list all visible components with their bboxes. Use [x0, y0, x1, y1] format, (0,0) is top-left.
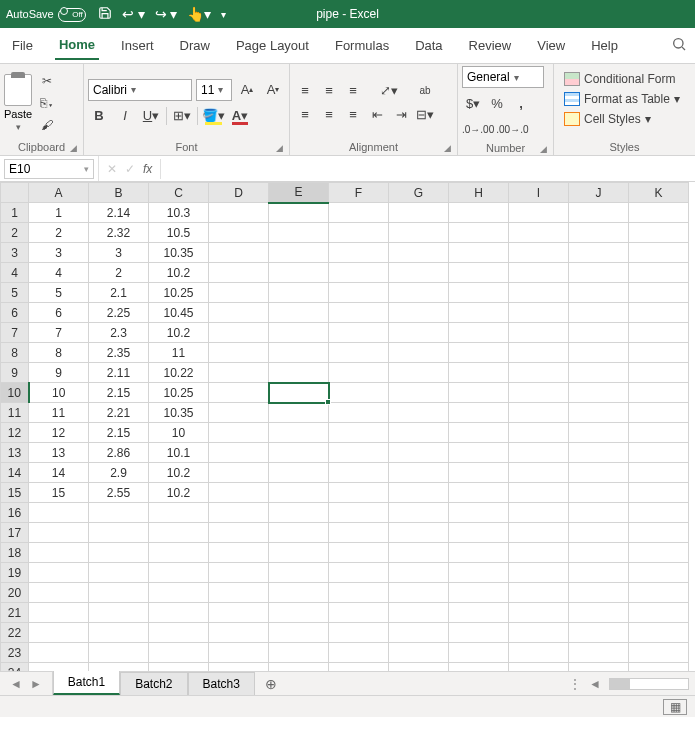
cell-C19[interactable]	[149, 563, 209, 583]
column-header-D[interactable]: D	[209, 183, 269, 203]
column-header-G[interactable]: G	[389, 183, 449, 203]
cell-C8[interactable]: 11	[149, 343, 209, 363]
row-header-4[interactable]: 4	[1, 263, 29, 283]
cell-I3[interactable]	[509, 243, 569, 263]
cell-E15[interactable]	[269, 483, 329, 503]
cell-H8[interactable]	[449, 343, 509, 363]
cell-E3[interactable]	[269, 243, 329, 263]
cell-H20[interactable]	[449, 583, 509, 603]
cell-J18[interactable]	[569, 543, 629, 563]
cell-E7[interactable]	[269, 323, 329, 343]
cell-B20[interactable]	[89, 583, 149, 603]
cell-K12[interactable]	[629, 423, 689, 443]
row-header-14[interactable]: 14	[1, 463, 29, 483]
format-as-table-button[interactable]: Format as Table▾	[560, 90, 684, 108]
cell-J14[interactable]	[569, 463, 629, 483]
cancel-formula-icon[interactable]: ✕	[107, 162, 117, 176]
cell-E14[interactable]	[269, 463, 329, 483]
cell-G7[interactable]	[389, 323, 449, 343]
comma-icon[interactable]: ,	[510, 92, 532, 114]
cell-B14[interactable]: 2.9	[89, 463, 149, 483]
decrease-font-icon[interactable]: A▾	[262, 79, 284, 101]
name-box[interactable]: E10▾	[4, 159, 94, 179]
cell-B17[interactable]	[89, 523, 149, 543]
cell-A22[interactable]	[29, 623, 89, 643]
cell-K2[interactable]	[629, 223, 689, 243]
cell-F24[interactable]	[329, 663, 389, 672]
cell-D6[interactable]	[209, 303, 269, 323]
cell-J7[interactable]	[569, 323, 629, 343]
cell-F3[interactable]	[329, 243, 389, 263]
cell-I12[interactable]	[509, 423, 569, 443]
cell-A18[interactable]	[29, 543, 89, 563]
sheet-tab-Batch1[interactable]: Batch1	[53, 670, 120, 695]
cell-H18[interactable]	[449, 543, 509, 563]
scroll-left-icon[interactable]: ◄	[589, 677, 601, 691]
cell-D23[interactable]	[209, 643, 269, 663]
cell-E10[interactable]	[269, 383, 329, 403]
cell-F19[interactable]	[329, 563, 389, 583]
column-header-E[interactable]: E	[269, 183, 329, 203]
font-launcher-icon[interactable]: ◢	[276, 143, 283, 153]
cell-E8[interactable]	[269, 343, 329, 363]
cell-F22[interactable]	[329, 623, 389, 643]
cell-C15[interactable]: 10.2	[149, 483, 209, 503]
cell-H22[interactable]	[449, 623, 509, 643]
cell-B15[interactable]: 2.55	[89, 483, 149, 503]
sheet-tab-Batch2[interactable]: Batch2	[120, 672, 187, 695]
cell-J19[interactable]	[569, 563, 629, 583]
merge-center-button[interactable]: ⊟▾	[414, 104, 436, 126]
cell-C5[interactable]: 10.25	[149, 283, 209, 303]
underline-button[interactable]: U▾	[140, 105, 162, 127]
cell-B1[interactable]: 2.14	[89, 203, 149, 223]
cell-A4[interactable]: 4	[29, 263, 89, 283]
cell-D15[interactable]	[209, 483, 269, 503]
cell-D3[interactable]	[209, 243, 269, 263]
cell-I6[interactable]	[509, 303, 569, 323]
cell-H15[interactable]	[449, 483, 509, 503]
align-top-icon[interactable]: ≡	[294, 80, 316, 102]
cell-J10[interactable]	[569, 383, 629, 403]
row-header-13[interactable]: 13	[1, 443, 29, 463]
cell-G15[interactable]	[389, 483, 449, 503]
cell-A11[interactable]: 11	[29, 403, 89, 423]
column-header-K[interactable]: K	[629, 183, 689, 203]
cell-I14[interactable]	[509, 463, 569, 483]
cell-B22[interactable]	[89, 623, 149, 643]
cell-C12[interactable]: 10	[149, 423, 209, 443]
cell-B3[interactable]: 3	[89, 243, 149, 263]
orientation-icon[interactable]: ⤢▾	[366, 80, 412, 102]
cell-I8[interactable]	[509, 343, 569, 363]
column-header-A[interactable]: A	[29, 183, 89, 203]
cell-C10[interactable]: 10.25	[149, 383, 209, 403]
cell-D1[interactable]	[209, 203, 269, 223]
cell-G5[interactable]	[389, 283, 449, 303]
cell-K10[interactable]	[629, 383, 689, 403]
cell-D14[interactable]	[209, 463, 269, 483]
row-header-7[interactable]: 7	[1, 323, 29, 343]
cell-H13[interactable]	[449, 443, 509, 463]
number-format-dropdown[interactable]: General▾	[462, 66, 544, 88]
tab-file[interactable]: File	[8, 32, 37, 59]
paste-button[interactable]: Paste ▾	[4, 74, 32, 132]
cell-C21[interactable]	[149, 603, 209, 623]
row-header-11[interactable]: 11	[1, 403, 29, 423]
undo-icon[interactable]: ↩ ▾	[122, 6, 145, 22]
cell-D18[interactable]	[209, 543, 269, 563]
cell-I21[interactable]	[509, 603, 569, 623]
cell-E6[interactable]	[269, 303, 329, 323]
row-header-9[interactable]: 9	[1, 363, 29, 383]
cell-F12[interactable]	[329, 423, 389, 443]
cell-A15[interactable]: 15	[29, 483, 89, 503]
cell-K6[interactable]	[629, 303, 689, 323]
cell-D12[interactable]	[209, 423, 269, 443]
cell-F11[interactable]	[329, 403, 389, 423]
cell-A21[interactable]	[29, 603, 89, 623]
cell-G2[interactable]	[389, 223, 449, 243]
cell-K3[interactable]	[629, 243, 689, 263]
alignment-launcher-icon[interactable]: ◢	[444, 143, 451, 153]
font-size-dropdown[interactable]: 11▾	[196, 79, 232, 101]
row-header-5[interactable]: 5	[1, 283, 29, 303]
touch-mode-icon[interactable]: 👆▾	[187, 6, 211, 22]
cell-E5[interactable]	[269, 283, 329, 303]
